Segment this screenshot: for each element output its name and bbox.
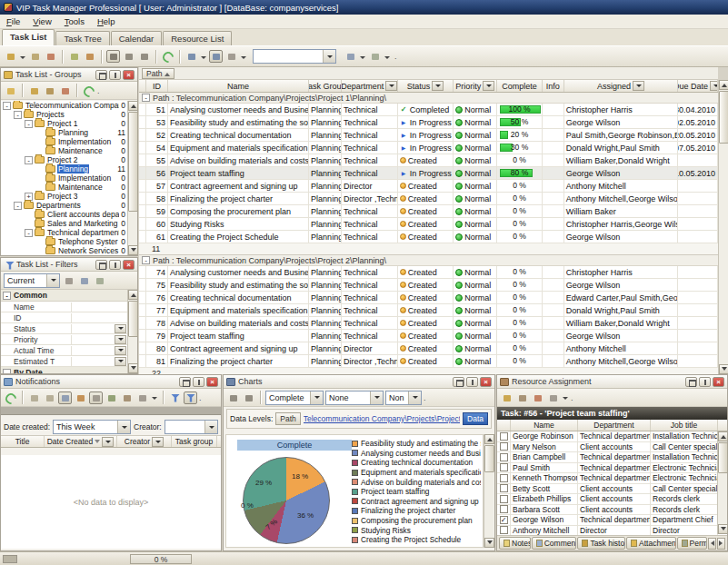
task-row[interactable]: 75Feasibility study and estimating the s… — [139, 279, 718, 292]
edit-group-button[interactable] — [43, 84, 56, 97]
add-group-button[interactable] — [27, 84, 41, 97]
task-row[interactable]: 57Contract agreement and signing upPlann… — [139, 180, 718, 193]
group-expander[interactable]: - — [142, 94, 150, 102]
filter-section-header[interactable]: -Common — [1, 290, 127, 302]
resource-options-dropdown[interactable] — [563, 397, 568, 402]
tab-task-history[interactable]: Task history — [577, 537, 625, 550]
tree-expander[interactable]: - — [25, 120, 33, 128]
groups-refresh-button[interactable] — [82, 84, 95, 97]
data-level-path-link[interactable]: Telecommunication Company\Projects\Proje… — [304, 414, 460, 423]
window-titlebar[interactable]: VIP Task Manager Professional [ User: Ad… — [0, 0, 728, 15]
column-header-complete[interactable]: Complete — [497, 80, 543, 92]
resource-overflow[interactable]: . — [571, 393, 573, 402]
scroll-up-arrow[interactable] — [484, 434, 494, 444]
task-row[interactable]: 80Contract agreement and signing upPlann… — [139, 342, 718, 355]
resource-checkbox[interactable] — [500, 442, 508, 451]
filter-row[interactable]: Status — [1, 323, 127, 334]
column-header-department[interactable]: Department — [578, 420, 651, 431]
panel-pin-button[interactable] — [193, 377, 204, 387]
clear-filter-button[interactable] — [93, 274, 106, 287]
resource-checkbox[interactable] — [500, 505, 508, 513]
resource-options-button[interactable] — [546, 392, 560, 404]
panel-restore-button[interactable] — [453, 377, 464, 387]
tab-attachments[interactable]: Attachments — [626, 537, 676, 550]
panel-pin-button[interactable] — [466, 377, 478, 387]
unassign-button[interactable] — [515, 392, 529, 404]
sort-dropdown[interactable] — [241, 56, 246, 62]
resource-scrollbar[interactable] — [717, 431, 727, 534]
remove-assignment-button[interactable] — [531, 392, 544, 404]
task-row[interactable]: 78Advise on building materials and costs… — [139, 317, 718, 330]
find-button[interactable] — [344, 50, 357, 63]
panel-pin-button[interactable] — [109, 260, 121, 270]
panel-restore-button[interactable] — [685, 377, 697, 387]
column-filter-dropdown[interactable] — [483, 81, 494, 91]
tabs-scroll-right[interactable] — [717, 538, 725, 550]
filter-field-dropdown[interactable] — [115, 357, 126, 366]
tab-task-list[interactable]: Task List — [2, 29, 55, 45]
panel-pin-button[interactable] — [109, 70, 121, 80]
mark-read-button[interactable] — [74, 392, 87, 404]
column-header-job-title[interactable]: Job title — [651, 420, 718, 431]
filters-scrollbar[interactable] — [127, 290, 137, 373]
tree-item[interactable]: -Projects0 — [1, 110, 127, 119]
tabs-scroll-left[interactable] — [708, 538, 716, 550]
resource-row[interactable]: Elizabeth PhillipsClient accountsRecords… — [497, 494, 727, 505]
view-mode-dropdown[interactable] — [201, 56, 206, 62]
tree-expander[interactable]: - — [14, 111, 22, 119]
edit-task-button[interactable] — [28, 50, 42, 63]
chart-extra-dropdown[interactable] — [408, 392, 421, 404]
tree-expander[interactable]: - — [25, 229, 33, 237]
tree-item[interactable]: Maintenance0 — [1, 146, 127, 155]
resource-checkbox[interactable] — [500, 495, 508, 503]
column-header-name[interactable]: Name — [168, 80, 309, 92]
scroll-down-arrow[interactable] — [718, 524, 728, 534]
notifications-refresh-button[interactable] — [4, 392, 17, 404]
group-path-row[interactable]: -Path : Telecommunication Company\Projec… — [139, 255, 718, 266]
tab-task-tree[interactable]: Task Tree — [55, 31, 109, 45]
column-header-name[interactable]: Name — [511, 420, 578, 431]
panel-close-button[interactable]: × — [123, 70, 135, 80]
column-header-task-group[interactable]: Task group — [172, 436, 217, 447]
filter-field-dropdown[interactable] — [115, 346, 126, 355]
grid-scrollbar[interactable] — [718, 80, 728, 374]
tree-item[interactable]: -Project 20 — [1, 155, 127, 164]
resource-checkbox[interactable] — [500, 474, 508, 482]
date-created-dropdown[interactable] — [117, 421, 130, 433]
scroll-up-arrow[interactable] — [718, 431, 728, 441]
tab-comments[interactable]: Comments — [532, 537, 577, 550]
resource-row[interactable]: George RobinsonTechnical departmentInsta… — [497, 431, 727, 442]
column-header-status[interactable]: Status — [398, 80, 454, 92]
resource-checkbox[interactable] — [500, 463, 508, 471]
group-by-dropdown[interactable] — [152, 397, 157, 402]
column-header-department[interactable]: Department — [342, 80, 398, 92]
panel-restore-button[interactable] — [179, 377, 191, 387]
scroll-down-arrow[interactable] — [128, 245, 138, 255]
tree-item[interactable]: Telephone Syster0 — [1, 237, 127, 246]
scroll-thumb[interactable] — [718, 442, 728, 473]
view-mode-button[interactable] — [184, 50, 198, 63]
delete-task-button[interactable] — [44, 50, 57, 63]
column-header-assigned[interactable]: Assigned — [564, 80, 678, 92]
charts-overflow[interactable]: . — [424, 393, 426, 402]
new-group-button[interactable] — [4, 84, 17, 97]
forward-button[interactable] — [120, 392, 134, 404]
prev-notification-button[interactable] — [27, 392, 41, 404]
group-expander[interactable]: - — [142, 256, 150, 264]
task-row[interactable]: 58Finalizing the project charterPlanning… — [139, 193, 718, 205]
resource-row[interactable]: Betty ScottClient accountsCall Center sp… — [497, 484, 727, 495]
task-row[interactable]: 51Analysing customer needs and Business … — [139, 104, 718, 116]
filter-field-dropdown[interactable] — [115, 335, 126, 344]
section-expander[interactable]: - — [3, 369, 11, 374]
tab-calendar[interactable]: Calendar — [111, 31, 163, 45]
tab-resource-list[interactable]: Resource List — [163, 31, 232, 45]
auto-preview-button[interactable] — [89, 392, 103, 404]
notifications-overflow[interactable]: . — [199, 393, 202, 402]
filter-row[interactable]: Estimated T — [1, 356, 127, 367]
column-filter-dropdown[interactable] — [432, 81, 444, 91]
task-row[interactable]: 52Creating technical documentationPlanni… — [139, 129, 718, 142]
chart-series-dropdown[interactable] — [370, 392, 383, 404]
chart-series-combobox[interactable]: None — [325, 391, 384, 405]
panel-close-button[interactable]: × — [123, 260, 135, 270]
notifications-filter-toggle[interactable] — [184, 392, 197, 404]
